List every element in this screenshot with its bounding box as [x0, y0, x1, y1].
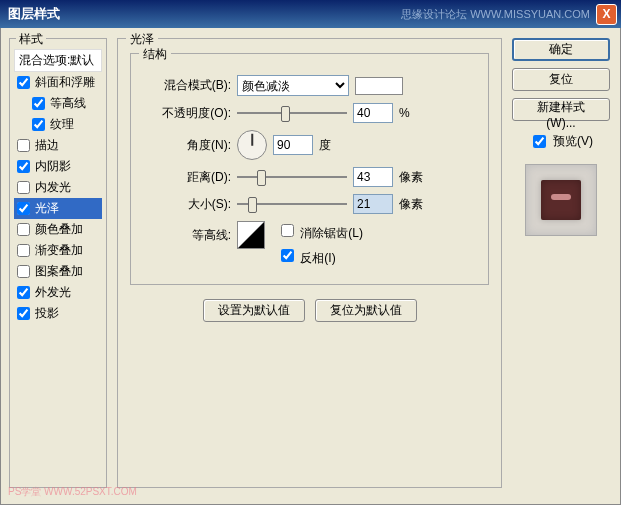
close-button[interactable]: X	[596, 4, 617, 25]
distance-input[interactable]	[353, 167, 393, 187]
style-checkbox[interactable]	[17, 223, 30, 236]
style-item-2[interactable]: 纹理	[14, 114, 102, 135]
style-label: 渐变叠加	[35, 242, 83, 259]
style-item-8[interactable]: 渐变叠加	[14, 240, 102, 261]
style-label: 颜色叠加	[35, 221, 83, 238]
reset-default-button[interactable]: 复位为默认值	[315, 299, 417, 322]
color-swatch[interactable]	[355, 77, 403, 95]
distance-unit: 像素	[399, 169, 423, 186]
style-item-9[interactable]: 图案叠加	[14, 261, 102, 282]
satin-fieldset: 光泽 结构 混合模式(B): 颜色减淡 不透明度(O): % 角度(N):	[117, 38, 502, 488]
angle-label: 角度(N):	[141, 137, 231, 154]
style-checkbox[interactable]	[17, 244, 30, 257]
preview-swatch	[541, 180, 581, 220]
angle-input[interactable]	[273, 135, 313, 155]
style-checkbox[interactable]	[17, 265, 30, 278]
structure-legend: 结构	[139, 46, 171, 63]
invert-row[interactable]: 反相(I)	[277, 246, 363, 267]
cancel-button[interactable]: 复位	[512, 68, 610, 91]
style-label: 光泽	[35, 200, 59, 217]
size-input[interactable]	[353, 194, 393, 214]
size-slider[interactable]	[237, 195, 347, 213]
close-icon: X	[602, 7, 610, 21]
opacity-label: 不透明度(O):	[141, 105, 231, 122]
structure-fieldset: 结构 混合模式(B): 颜色减淡 不透明度(O): % 角度(N): 度	[130, 53, 489, 285]
invert-checkbox[interactable]	[281, 249, 294, 262]
blendmode-select[interactable]: 颜色减淡	[237, 75, 349, 96]
antialias-checkbox[interactable]	[281, 224, 294, 237]
titlebar: 图层样式 思缘设计论坛 WWW.MISSYUAN.COM X	[0, 0, 621, 28]
style-item-1[interactable]: 等高线	[14, 93, 102, 114]
style-item-6[interactable]: 光泽	[14, 198, 102, 219]
style-label: 内阴影	[35, 158, 71, 175]
style-checkbox[interactable]	[17, 202, 30, 215]
style-label: 投影	[35, 305, 59, 322]
style-list: 混合选项:默认 斜面和浮雕等高线纹理描边内阴影内发光光泽颜色叠加渐变叠加图案叠加…	[14, 49, 102, 324]
contour-picker[interactable]	[237, 221, 265, 249]
styles-legend: 样式	[16, 31, 46, 48]
angle-unit: 度	[319, 137, 331, 154]
style-item-4[interactable]: 内阴影	[14, 156, 102, 177]
style-item-7[interactable]: 颜色叠加	[14, 219, 102, 240]
style-item-10[interactable]: 外发光	[14, 282, 102, 303]
style-label: 外发光	[35, 284, 71, 301]
window-title: 图层样式	[8, 5, 60, 23]
style-checkbox[interactable]	[17, 286, 30, 299]
preview-label: 预览(V)	[553, 133, 593, 150]
style-checkbox[interactable]	[17, 160, 30, 173]
size-unit: 像素	[399, 196, 423, 213]
blend-options-header[interactable]: 混合选项:默认	[14, 49, 102, 72]
style-label: 内发光	[35, 179, 71, 196]
size-label: 大小(S):	[141, 196, 231, 213]
style-checkbox[interactable]	[17, 76, 30, 89]
style-item-11[interactable]: 投影	[14, 303, 102, 324]
style-label: 图案叠加	[35, 263, 83, 280]
antialias-row[interactable]: 消除锯齿(L)	[277, 221, 363, 242]
style-checkbox[interactable]	[17, 181, 30, 194]
style-label: 斜面和浮雕	[35, 74, 95, 91]
style-checkbox[interactable]	[32, 97, 45, 110]
style-item-0[interactable]: 斜面和浮雕	[14, 72, 102, 93]
opacity-input[interactable]	[353, 103, 393, 123]
new-style-button[interactable]: 新建样式(W)...	[512, 98, 610, 121]
dialog-body: 样式 混合选项:默认 斜面和浮雕等高线纹理描边内阴影内发光光泽颜色叠加渐变叠加图…	[0, 28, 621, 505]
contour-label: 等高线:	[141, 221, 231, 244]
set-default-button[interactable]: 设置为默认值	[203, 299, 305, 322]
style-label: 等高线	[50, 95, 86, 112]
blendmode-label: 混合模式(B):	[141, 77, 231, 94]
angle-dial[interactable]	[237, 130, 267, 160]
distance-slider[interactable]	[237, 168, 347, 186]
style-checkbox[interactable]	[17, 307, 30, 320]
style-item-5[interactable]: 内发光	[14, 177, 102, 198]
style-item-3[interactable]: 描边	[14, 135, 102, 156]
footer-watermark: PS学堂 WWW.52PSXT.COM	[8, 485, 137, 499]
style-checkbox[interactable]	[32, 118, 45, 131]
distance-label: 距离(D):	[141, 169, 231, 186]
ok-button[interactable]: 确定	[512, 38, 610, 61]
preview-box	[525, 164, 597, 236]
style-label: 纹理	[50, 116, 74, 133]
watermark: 思缘设计论坛 WWW.MISSYUAN.COM	[401, 7, 590, 22]
styles-fieldset: 样式 混合选项:默认 斜面和浮雕等高线纹理描边内阴影内发光光泽颜色叠加渐变叠加图…	[9, 38, 107, 488]
preview-checkbox[interactable]	[533, 135, 546, 148]
style-checkbox[interactable]	[17, 139, 30, 152]
opacity-slider[interactable]	[237, 104, 347, 122]
style-label: 描边	[35, 137, 59, 154]
opacity-unit: %	[399, 106, 410, 120]
